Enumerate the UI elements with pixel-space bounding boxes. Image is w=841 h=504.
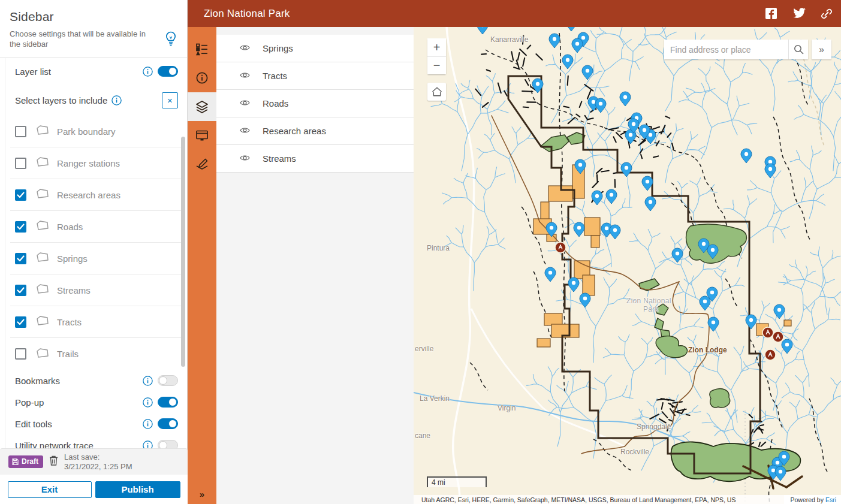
capability-row: Utility network trace: [10, 434, 183, 448]
search-expand-button[interactable]: »: [812, 40, 831, 59]
facebook-icon[interactable]: [765, 8, 777, 20]
polygon-layer-icon: [35, 219, 50, 234]
tract-polygon[interactable]: [537, 339, 550, 347]
info-icon[interactable]: [188, 64, 216, 92]
layer-checkbox[interactable]: [15, 316, 26, 328]
capability-label: Utility network trace: [15, 440, 143, 449]
ranger-station-marker[interactable]: [773, 331, 783, 342]
edit-icon[interactable]: [188, 150, 216, 179]
info-icon[interactable]: [143, 419, 153, 429]
basemap-icon[interactable]: [188, 121, 216, 150]
layer-checkbox-label: Roads: [57, 222, 83, 232]
map-layer-row[interactable]: Research areas: [216, 117, 414, 145]
select-layers-label: Select layers to include: [15, 95, 107, 105]
layer-checkbox[interactable]: [15, 253, 26, 264]
layer-checkbox-row[interactable]: Ranger stations: [10, 147, 183, 179]
layer-list-panel: SpringsTractsRoadsResearch areasStreams: [216, 27, 414, 504]
zoom-in-button[interactable]: +: [427, 38, 446, 56]
polygon-layer-icon: [35, 251, 50, 265]
search-input[interactable]: [664, 40, 788, 59]
twitter-icon[interactable]: [793, 8, 805, 20]
tract-polygon[interactable]: [584, 218, 600, 236]
home-button[interactable]: [427, 83, 446, 101]
powered-by: Powered byEsri: [784, 495, 841, 504]
capability-toggle[interactable]: [158, 397, 178, 408]
capability-label: Edit tools: [15, 419, 143, 429]
publish-button[interactable]: Publish: [95, 481, 180, 498]
ranger-station-marker[interactable]: [555, 242, 566, 253]
layer-checkbox[interactable]: [15, 285, 26, 296]
map-layer-row[interactable]: Streams: [216, 145, 414, 173]
layer-checkbox-row[interactable]: Springs: [10, 243, 183, 274]
layer-checkbox-label: Park boundary: [57, 126, 116, 137]
search-icon[interactable]: [788, 40, 808, 59]
info-icon[interactable]: [143, 67, 153, 77]
visibility-eye-icon[interactable]: [239, 43, 251, 54]
delete-draft-icon[interactable]: [49, 455, 58, 468]
tract-polygon[interactable]: [544, 313, 562, 325]
tract-polygon[interactable]: [583, 275, 595, 295]
tract-polygon[interactable]: [784, 320, 791, 326]
map-layer-row[interactable]: Tracts: [216, 62, 414, 90]
sidebar-scrollbar[interactable]: [181, 137, 185, 367]
lightbulb-icon[interactable]: [164, 31, 177, 47]
polygon-layer-icon: [35, 156, 50, 170]
layer-checkbox-label: Springs: [57, 253, 88, 264]
layer-checkbox-row[interactable]: Roads: [10, 211, 183, 243]
link-icon[interactable]: [821, 8, 833, 20]
settings-scroll-area: Layer list Select layers to include ×: [0, 58, 188, 448]
zoom-out-button[interactable]: −: [427, 56, 446, 74]
layer-checkbox-label: Tracts: [57, 317, 82, 327]
zoom-control: + −: [427, 38, 446, 74]
draft-badge: Draft: [8, 455, 43, 468]
ranger-station-marker[interactable]: [762, 327, 773, 338]
layer-checkbox[interactable]: [15, 126, 26, 137]
layer-checkbox-row[interactable]: Trails: [10, 338, 183, 370]
visibility-eye-icon[interactable]: [239, 71, 251, 82]
capability-toggle[interactable]: [158, 375, 178, 386]
layer-list-toggle[interactable]: [158, 66, 178, 77]
layer-checkbox-row[interactable]: Park boundary: [10, 116, 183, 147]
layer-checkbox-row[interactable]: Streams: [10, 274, 183, 306]
layer-checkbox-row[interactable]: Tracts: [10, 306, 183, 338]
capability-row: Edit tools: [10, 413, 183, 434]
exit-button[interactable]: Exit: [8, 481, 92, 498]
capability-label: Bookmarks: [15, 376, 143, 386]
action-bar: Exit Publish: [0, 475, 188, 504]
map-view[interactable]: KanarravillePinturaervilleLa VerkinVirgi…: [414, 27, 841, 504]
info-icon[interactable]: [143, 397, 153, 408]
layer-checklist: Park boundaryRanger stationsResearch are…: [10, 116, 183, 370]
save-status-bar: Draft Last save: 3/21/2022, 1:25 PM: [0, 448, 188, 475]
map-layer-row[interactable]: Springs: [216, 35, 414, 62]
map-layer-row[interactable]: Roads: [216, 90, 414, 117]
info-icon[interactable]: [143, 376, 153, 386]
sidebar-config-panel: Sidebar Choose settings that will be ava…: [0, 0, 188, 504]
visibility-eye-icon[interactable]: [239, 153, 251, 164]
ranger-station-marker[interactable]: [765, 349, 776, 360]
collapse-toolbar-button[interactable]: »: [188, 489, 216, 499]
panel-subtitle: Choose settings that will be available i…: [10, 29, 152, 49]
esri-link[interactable]: Esri: [825, 496, 836, 503]
capability-label: Pop-up: [15, 397, 143, 408]
layers-icon[interactable]: [188, 92, 216, 121]
layer-checkbox[interactable]: [15, 348, 26, 360]
capability-toggle[interactable]: [158, 440, 178, 448]
basemap-graphics: [414, 27, 841, 504]
info-icon[interactable]: [111, 95, 122, 105]
visibility-eye-icon[interactable]: [239, 126, 251, 137]
visibility-eye-icon[interactable]: [239, 98, 251, 109]
map-layer-label: Tracts: [263, 71, 287, 81]
layer-checkbox[interactable]: [15, 189, 26, 201]
legend-icon[interactable]: [188, 35, 216, 64]
panel-header: Sidebar Choose settings that will be ava…: [0, 0, 187, 58]
close-layer-select-button[interactable]: ×: [162, 92, 178, 108]
capability-toggle[interactable]: [158, 418, 178, 429]
search-control: »: [664, 40, 831, 59]
layer-checkbox[interactable]: [15, 158, 26, 169]
info-icon[interactable]: [143, 440, 153, 449]
select-layers-row: Select layers to include ×: [10, 84, 183, 116]
tract-polygon[interactable]: [591, 236, 599, 248]
layer-checkbox-row[interactable]: Research areas: [10, 179, 183, 211]
layer-checkbox[interactable]: [15, 221, 26, 233]
scalebar: 4 mi: [427, 476, 487, 487]
